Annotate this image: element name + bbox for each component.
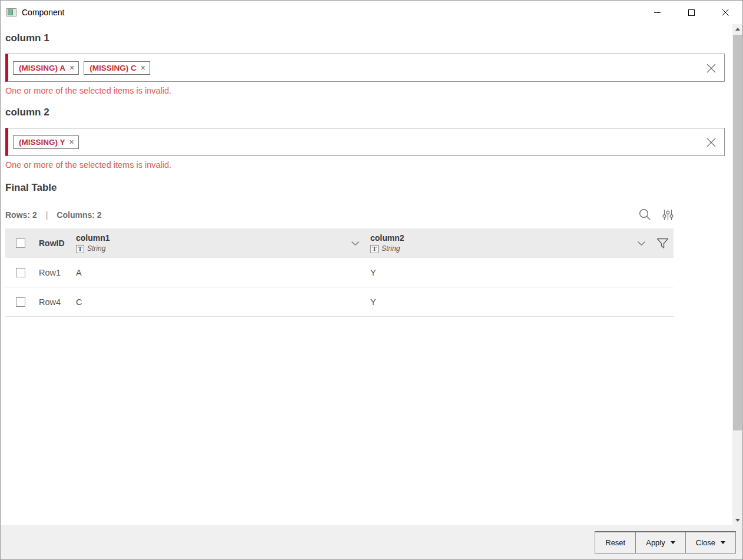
maximize-button[interactable] xyxy=(674,1,708,24)
vertical-scrollbar[interactable] xyxy=(732,24,742,525)
cell-column2: Y xyxy=(370,268,674,277)
validation-error-column1: One or more of the selected items is inv… xyxy=(5,86,725,95)
string-type-icon: T xyxy=(370,245,379,253)
footer-button-group: Reset Apply Close xyxy=(595,531,736,554)
title-bar: Component xyxy=(1,1,742,24)
dialog-content: column 1 (MISSING) A × (MISSING) C × One… xyxy=(1,24,732,525)
column2-menu-chevron-down-icon[interactable] xyxy=(637,241,646,246)
stats-separator: | xyxy=(46,210,48,220)
chip-missing-c: (MISSING) C × xyxy=(84,61,150,75)
dialog-footer: Reset Apply Close xyxy=(1,525,742,559)
minimize-icon xyxy=(654,9,661,16)
chip-missing-a: (MISSING) A × xyxy=(13,61,79,75)
table-settings-icon[interactable] xyxy=(662,209,674,221)
close-dropdown-caret-icon[interactable] xyxy=(721,541,725,544)
close-dialog-button[interactable]: Close xyxy=(685,532,735,553)
window-controls xyxy=(640,1,742,24)
table-row: Row1 A Y xyxy=(5,258,674,287)
rowid-cell: Row4 xyxy=(39,297,76,307)
multiselect-column2[interactable]: (MISSING) Y × xyxy=(5,128,725,156)
cell-column2: Y xyxy=(370,297,674,307)
scrollbar-thumb[interactable] xyxy=(733,35,742,430)
multiselect-column1[interactable]: (MISSING) A × (MISSING) C × xyxy=(5,54,725,82)
dialog-body: column 1 (MISSING) A × (MISSING) C × One… xyxy=(1,24,742,525)
table-stats-bar: Rows: 2 | Columns: 2 xyxy=(5,208,674,221)
select-all-checkbox[interactable] xyxy=(16,238,25,248)
clear-selection-icon[interactable] xyxy=(706,137,717,148)
columns-count: Columns: 2 xyxy=(57,210,101,220)
clear-selection-icon[interactable] xyxy=(706,63,717,74)
cell-column1: A xyxy=(76,268,370,277)
column-type: T String xyxy=(76,245,110,253)
filter-icon[interactable] xyxy=(656,238,669,249)
rows-count: Rows: 2 xyxy=(5,210,37,220)
chip-remove-icon[interactable]: × xyxy=(69,137,74,147)
column-name: column1 xyxy=(76,233,110,243)
apply-button[interactable]: Apply xyxy=(635,532,685,553)
validation-error-column2: One or more of the selected items is inv… xyxy=(5,160,725,170)
column1-header: column1 T String xyxy=(76,233,110,253)
chip-label: (MISSING) C xyxy=(89,63,137,73)
column2-header-cell: column2 T String xyxy=(370,233,674,253)
component-icon xyxy=(6,8,16,16)
reset-button[interactable]: Reset xyxy=(595,532,635,553)
table-row: Row4 C Y xyxy=(5,287,674,317)
scroll-up-arrow[interactable] xyxy=(732,24,742,34)
minimize-button[interactable] xyxy=(640,1,674,24)
close-button[interactable] xyxy=(708,1,742,24)
chip-label: (MISSING) Y xyxy=(19,137,65,147)
rowid-cell: Row1 xyxy=(39,268,76,277)
cell-column1: C xyxy=(76,297,370,307)
final-table: RowID column1 T String xyxy=(5,228,674,317)
column1-menu-chevron-down-icon[interactable] xyxy=(351,241,360,246)
string-type-icon: T xyxy=(76,245,84,253)
table-toolbar xyxy=(639,208,674,221)
column-name: column2 xyxy=(370,233,404,243)
maximize-icon xyxy=(688,9,695,16)
row-checkbox[interactable] xyxy=(16,268,25,277)
final-table-title: Final Table xyxy=(5,182,725,194)
column-type: T String xyxy=(370,245,404,253)
chip-remove-icon[interactable]: × xyxy=(141,63,145,73)
apply-dropdown-caret-icon[interactable] xyxy=(671,541,675,544)
column2-header: column2 T String xyxy=(370,233,404,253)
table-header-row: RowID column1 T String xyxy=(5,228,674,258)
field-label-column1: column 1 xyxy=(5,32,725,44)
search-icon[interactable] xyxy=(639,208,651,221)
field-label-column2: column 2 xyxy=(5,107,725,118)
window-title: Component xyxy=(22,8,64,17)
chip-label: (MISSING) A xyxy=(19,63,65,73)
row-checkbox[interactable] xyxy=(16,297,25,307)
chip-remove-icon[interactable]: × xyxy=(69,63,74,73)
close-icon xyxy=(722,9,729,16)
scroll-down-arrow[interactable] xyxy=(732,515,742,525)
chip-missing-y: (MISSING) Y × xyxy=(13,135,79,149)
component-dialog-window: Component column 1 (MISSING) A × xyxy=(0,0,743,560)
rowid-header: RowID xyxy=(39,238,76,248)
column1-header-cell: column1 T String xyxy=(76,233,370,253)
